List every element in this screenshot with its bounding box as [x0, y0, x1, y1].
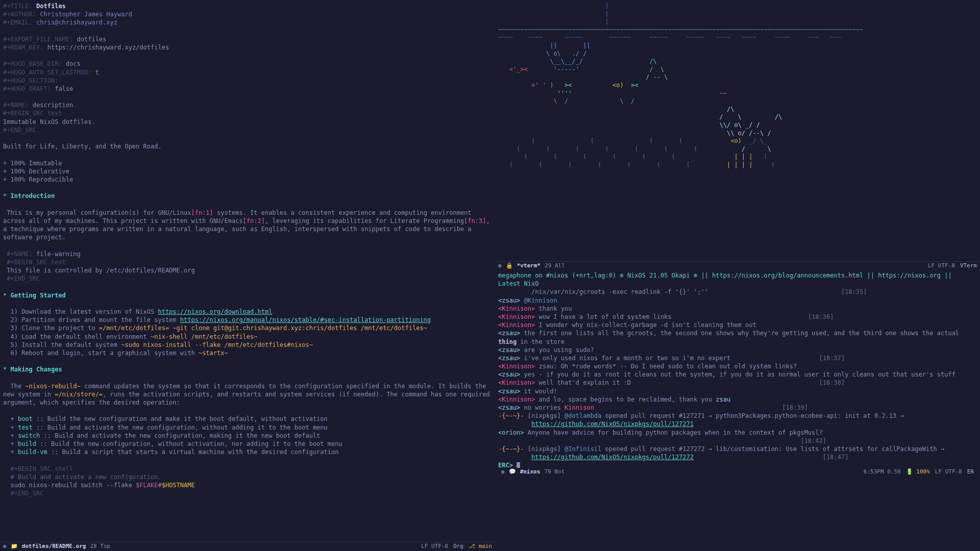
org-buffer-pane: #+TITLE: Dotfiles #+AUTHOR: Christopher …	[0, 0, 495, 551]
making-changes-para: The ~nixos-rebuild~ command updates the …	[3, 383, 494, 406]
nick-kinnison[interactable]: <Kinnison>	[498, 396, 535, 403]
nick-kinnison[interactable]: <Kinnison>	[498, 321, 535, 329]
hugo-section-key: #+HUGO_SECTION:	[3, 77, 58, 84]
link-pr-127271[interactable]: https://github.com/NixOS/nixpkgs/pull/12…	[531, 420, 694, 428]
intro-text: This is my personal configuration(s) for…	[3, 209, 494, 241]
footnote-1[interactable]: [fn:1]	[191, 209, 213, 216]
heading-star-2[interactable]: *	[3, 292, 7, 299]
bullet-immutable: + 100% Immutable	[3, 160, 62, 167]
step-1: 1) Download the latest version of NixOS …	[3, 308, 272, 315]
doc-author: Christopher James Hayward	[40, 11, 132, 18]
roam-key: #+ROAM_KEY:	[3, 44, 43, 51]
end-src: #+END_SRC	[3, 127, 36, 134]
nick-zsau[interactable]: <zsau>	[498, 388, 520, 395]
irc-content[interactable]: megaphone on #nixos (+nrt,lag:0) ❄ NixOS…	[498, 271, 977, 470]
hugo-draft-val: false	[55, 85, 73, 92]
hugo-draft-key: #+HUGO_DRAFT:	[3, 85, 51, 92]
op-boot: boot	[18, 415, 33, 422]
export-key: #+EXPORT_FILE_NAME:	[3, 36, 73, 43]
nick-zsau[interactable]: <zsau>	[498, 404, 520, 411]
nick-kinnison[interactable]: <Kinnison>	[498, 313, 535, 320]
circle-icon-i: ●	[501, 468, 505, 476]
nick-kinnison[interactable]: <Kinnison>	[498, 305, 535, 312]
begin-src-shell: #+BEGIN_SRC shell	[10, 465, 73, 472]
irc-pane: megaphone on #nixos (+nrt,lag:0) ❄ NixOS…	[495, 270, 980, 551]
folder-icon[interactable]: 📁	[11, 543, 18, 550]
nick-zsau[interactable]: <zsau>	[498, 330, 520, 337]
buffer-mode[interactable]: Org	[453, 543, 463, 550]
heading-star[interactable]: *	[3, 192, 7, 199]
link-pr-127272[interactable]: https://github.com/NixOS/nixpkgs/pull/12…	[531, 454, 694, 461]
hugo-lastmod-key: #+HUGO_AUTO_SET_LASTMOD:	[3, 69, 91, 76]
buffer-name[interactable]: dotfiles/README.org	[22, 543, 86, 550]
begin-src-text-2: #+BEGIN_SRC text	[7, 259, 66, 266]
heading-intro[interactable]: Introduction	[10, 192, 55, 199]
nick-zsau[interactable]: <zsau>	[498, 355, 520, 362]
bullet-declarative: + 100% Declarative	[3, 168, 69, 175]
footnote-2[interactable]: [fn:2]	[243, 217, 265, 224]
name-fw-key: #+NAME:	[7, 251, 33, 258]
lock-icon: 🔒	[506, 262, 513, 270]
end-src-3: #+END_SRC	[10, 490, 43, 497]
circle-icon: ●	[3, 543, 7, 550]
battery-icon: 🔋 100%	[906, 468, 930, 476]
vterm-position: 29 All	[545, 262, 565, 270]
bot-notice: -{~-~}-	[498, 412, 524, 419]
author-key: #+AUTHOR:	[3, 11, 36, 18]
irc-position: 79 Bot	[544, 468, 565, 476]
ascii-art: | | | ~~~~~~~~~~~~~~~~~~~~~~~~~~~~~~~~~~…	[498, 2, 980, 169]
buffer-encoding: LF UTF-8	[421, 543, 448, 550]
op-switch: switch	[18, 432, 40, 439]
clock: 6:53PM 0.50	[864, 468, 901, 476]
title-key: #+TITLE:	[3, 3, 33, 10]
modeline-irc: ● 💬 #nixos 79 Bot 6:53PM 0.50 🔋 100% LF …	[498, 468, 977, 477]
export-val: dotfiles	[77, 36, 107, 43]
irc-channel-name[interactable]: #nixos	[520, 468, 541, 476]
topic-cmd: /nix/var/nix/gcroots -exec readlink -f '…	[531, 288, 708, 295]
name-fw: file-warning	[36, 251, 81, 258]
nick-zsau[interactable]: <zsau>	[498, 346, 520, 354]
step-2: 2) Partition drives and mount the file s…	[3, 316, 431, 323]
circle-icon-v: ●	[498, 262, 502, 270]
op-build: build	[18, 440, 36, 447]
op-build-vm: build-vm	[18, 448, 47, 456]
branch-icon[interactable]: ⎇ main	[469, 543, 492, 550]
nick-zsau[interactable]: <zsau>	[498, 371, 520, 378]
comment-icon: 💬	[509, 468, 516, 476]
irc-encoding: LF UTF-8	[935, 468, 962, 476]
roam-val: https://chrishayward.xyz/dotfiles	[47, 44, 169, 51]
step-4: 4) Load the default shell environment ~n…	[3, 333, 258, 340]
nick-zsau[interactable]: <zsau>	[498, 297, 520, 304]
vterm-name[interactable]: *vterm*	[517, 262, 541, 270]
bullet-reproducible: + 100% Reproducible	[3, 176, 73, 183]
irc-mode[interactable]: ER	[967, 468, 974, 476]
step-3: 3) Clone the project to =/mnt/etc/dotfil…	[3, 324, 427, 332]
op-test: test	[18, 424, 33, 431]
nick-kinnison[interactable]: <Kinnison>	[498, 363, 535, 370]
hugo-base-key: #+HUGO_BASE_DIR:	[3, 60, 62, 67]
timestamp: [18:35]	[841, 288, 867, 295]
shell-comment: # Build and activate a new configuration…	[10, 473, 161, 481]
modeline-vterm: ● 🔒 *vterm* 29 All LF UTF-8 VTerm	[495, 261, 980, 270]
vterm-mode[interactable]: VTerm	[960, 262, 977, 270]
link-partitioning[interactable]: https://nixos.org/manual/nixos/stable/#s…	[180, 316, 431, 323]
desc-body: Immutable NixOS dotfiles.	[3, 118, 95, 126]
hugo-base-val: docs	[66, 60, 81, 67]
heading-making-changes[interactable]: Making Changes	[10, 366, 62, 373]
end-src-2: #+END_SRC	[7, 275, 40, 282]
tagline: Built for Life, Liberty, and the Open Ro…	[3, 143, 162, 150]
footnote-3[interactable]: [fn:3]	[464, 217, 486, 224]
nick-orion[interactable]: <orion>	[498, 429, 524, 436]
heading-star-3[interactable]: *	[3, 366, 7, 373]
org-content[interactable]: #+TITLE: Dotfiles #+AUTHOR: Christopher …	[3, 2, 492, 497]
vterm-encoding: LF UTF-8	[928, 262, 955, 270]
fw-body: This file is controlled by /etc/dotfiles…	[7, 267, 194, 274]
buffer-position: 28 Top	[90, 543, 110, 550]
irc-topic: megaphone on #nixos (+nrt,lag:0) ❄ NixOS…	[498, 272, 955, 287]
heading-getting-started[interactable]: Getting Started	[10, 292, 65, 299]
link-download[interactable]: https://nixos.org/download.html	[158, 308, 272, 315]
doc-title: Dotfiles	[36, 3, 66, 10]
nick-kinnison[interactable]: <Kinnison>	[498, 379, 535, 386]
vterm-pane: | | | ~~~~~~~~~~~~~~~~~~~~~~~~~~~~~~~~~~…	[495, 0, 980, 270]
shell-command: sudo nixos-rebuild switch --flake $FLAKE…	[10, 482, 194, 489]
